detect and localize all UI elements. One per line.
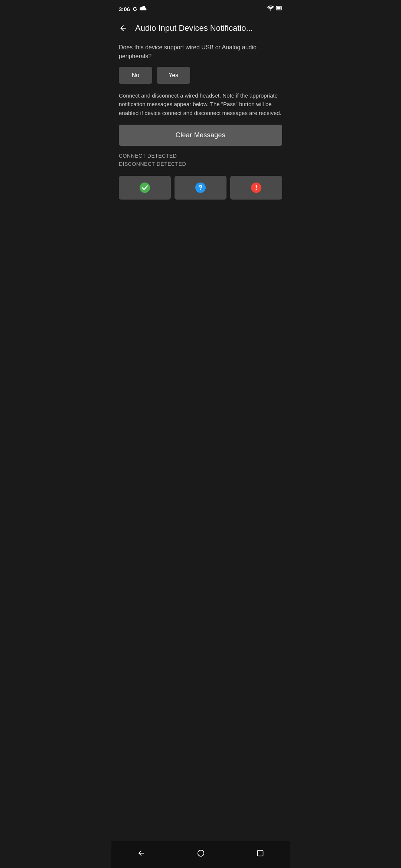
nav-recents-button[interactable]	[254, 846, 267, 860]
svg-text:!: !	[255, 183, 258, 191]
fail-button[interactable]: !	[230, 176, 282, 200]
svg-rect-2	[277, 7, 281, 10]
fail-icon: !	[250, 182, 262, 194]
status-right	[267, 6, 282, 12]
svg-rect-1	[282, 7, 283, 9]
main-content: Does this device support wired USB or An…	[111, 40, 290, 841]
nav-home-button[interactable]	[194, 846, 208, 860]
action-buttons-row: ? !	[119, 176, 282, 200]
google-icon: G	[133, 6, 137, 12]
yes-button[interactable]: Yes	[157, 67, 190, 84]
usb-support-buttons: No Yes	[119, 67, 282, 84]
nav-back-button[interactable]	[134, 846, 148, 860]
svg-point-3	[140, 183, 150, 193]
status-bar: 3:06 G	[111, 0, 290, 16]
wifi-icon	[267, 6, 274, 12]
info-icon: ?	[195, 182, 206, 194]
nav-bar	[111, 841, 290, 868]
back-button[interactable]	[117, 22, 129, 34]
cloud-icon	[139, 6, 147, 12]
svg-text:?: ?	[199, 184, 203, 191]
instructions-text: Connect and disconnect a wired headset. …	[119, 91, 282, 117]
disconnect-detected: DISCONNECT DETECTED	[119, 160, 282, 168]
battery-icon	[276, 6, 282, 12]
no-button[interactable]: No	[119, 67, 152, 84]
app-header: Audio Input Devices Notificatio...	[111, 16, 290, 40]
pass-icon	[139, 182, 151, 194]
detection-messages: CONNECT DETECTED DISCONNECT DETECTED	[119, 152, 282, 168]
status-icons-left: G	[133, 6, 147, 12]
svg-point-8	[198, 850, 204, 857]
page-title: Audio Input Devices Notificatio...	[135, 23, 282, 33]
clear-messages-button[interactable]: Clear Messages	[119, 125, 282, 146]
info-button[interactable]: ?	[175, 176, 226, 200]
svg-rect-9	[257, 851, 263, 856]
status-left: 3:06 G	[119, 6, 147, 12]
status-time: 3:06	[119, 6, 130, 12]
connect-detected: CONNECT DETECTED	[119, 152, 282, 160]
pass-button[interactable]	[119, 176, 171, 200]
question-text: Does this device support wired USB or An…	[119, 43, 282, 61]
